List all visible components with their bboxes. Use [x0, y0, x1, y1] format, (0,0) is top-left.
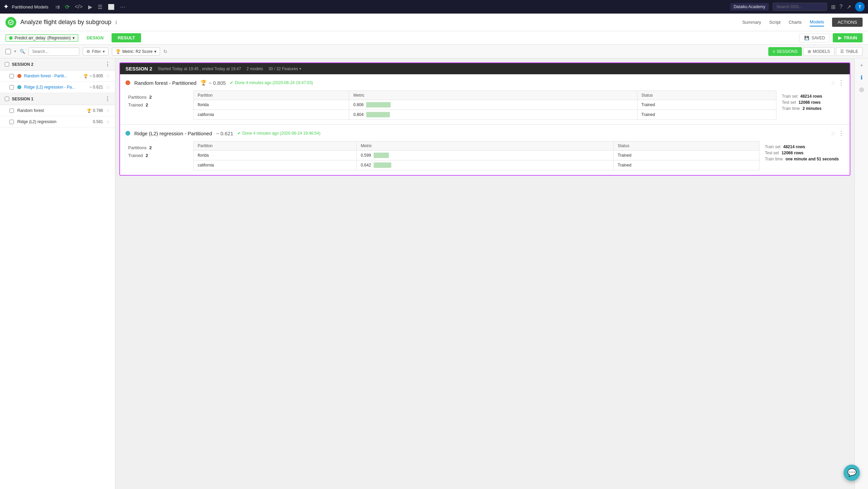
select-all-checkbox[interactable] [5, 49, 11, 54]
second-bar-nav: Summary Script Charts Models ACTIONS [742, 18, 863, 27]
check-icon: ✔ [230, 80, 233, 85]
chat-fab[interactable]: 💬 [844, 465, 860, 481]
session-2-label: SESSION 2 [12, 62, 33, 67]
session-box-header: SESSION 2 Started Today at 19:45 , ended… [120, 63, 850, 74]
filter-icon: ⚙ [86, 49, 90, 54]
star-icon[interactable]: ☆ [106, 84, 110, 90]
nav-charts[interactable]: Charts [789, 18, 802, 26]
partitions-label-row: Partitions 2 [125, 94, 193, 100]
partition-left-ridge: Partitions 2 Trained 2 [125, 141, 193, 170]
trend-icon[interactable]: ↗ [847, 4, 851, 10]
design-button[interactable]: DESIGN [82, 34, 107, 42]
metric-bar-florida-r [374, 153, 389, 158]
session-group-2: SESSION 2 ⋮ Random forest - Partit... 🏆 … [0, 58, 115, 93]
train-set-label: Train set [782, 94, 797, 99]
model-card-rf-score: 🏆 ~ 0.805 [200, 80, 225, 86]
metric-value-florida: 0.806 [349, 100, 637, 110]
metric-select[interactable]: 🏆 Metric: R2 Score ▾ [112, 47, 160, 56]
nav-export-icon[interactable]: ⇉ [54, 2, 61, 12]
star-icon[interactable]: ☆ [106, 119, 110, 124]
list-item[interactable]: Random forest 🏆 0.786 ☆ [0, 105, 115, 116]
help-icon[interactable]: ? [840, 4, 843, 10]
info-icon[interactable]: ℹ [115, 20, 117, 25]
metric-value-florida-r: 0.599 [357, 151, 614, 160]
train-set-label: Train set [765, 144, 781, 149]
metric-col-header: Metric [349, 91, 637, 100]
nav-more-icon[interactable]: ⋯ [119, 2, 127, 12]
more-icon[interactable]: ⋮ [838, 79, 844, 86]
academy-button[interactable]: Dataiku Academy [730, 3, 769, 11]
nav-script[interactable]: Script [769, 18, 781, 26]
metric-bar-florida [366, 102, 391, 107]
model-card-ridge-status: ✔ Done 4 minutes ago (2020-06-24 19:46:5… [237, 131, 320, 136]
list-item[interactable]: Ridge (L2) regression - Pa... ~ 0.621 ☆ [0, 82, 115, 93]
model-ridge-checkbox[interactable] [9, 120, 14, 124]
model-ridge-partitioned-checkbox[interactable] [9, 85, 14, 90]
checkbox-chevron[interactable]: ▾ [14, 49, 16, 54]
right-user-icon[interactable]: ◎ [859, 86, 864, 93]
partition-stats-ridge: Train set 48214 rows Test set 12066 rows… [760, 141, 844, 170]
actions-button[interactable]: ACTIONS [832, 18, 863, 27]
third-bar: Predict arr_delay (Regression) ▾ DESIGN … [0, 31, 868, 45]
top-search-input[interactable] [773, 3, 827, 11]
model-rf-checkbox[interactable] [9, 109, 14, 113]
nav-code-icon[interactable]: </> [74, 2, 84, 11]
models-icon: ⊞ [808, 49, 811, 54]
list-item[interactable]: Ridge (L2) regression 0.581 ☆ [0, 116, 115, 128]
grid-icon[interactable]: ⊞ [831, 4, 835, 10]
nav-play-icon[interactable]: ▶ [87, 2, 94, 12]
nav-grid-icon[interactable]: ⬜ [106, 2, 116, 12]
sessions-view-button[interactable]: ≡ SESSIONS [768, 47, 802, 56]
model-card-dot-orange [125, 80, 130, 85]
session-box-features[interactable]: 30 / 32 Features ▾ [269, 66, 301, 71]
metric-bar-california [366, 112, 390, 117]
partition-left-rf: Partitions 2 Trained 2 [125, 91, 193, 120]
nav-list-icon[interactable]: ☰ [96, 2, 104, 12]
nav-refresh-icon[interactable]: ⟳ [64, 2, 71, 12]
refresh-icon[interactable]: ↻ [163, 49, 167, 54]
table-row: florida 0.599 Trained [194, 151, 760, 160]
avatar[interactable]: T [855, 2, 865, 12]
filter-chevron-icon: ▾ [103, 49, 105, 54]
test-set-value: 12066 rows [782, 151, 804, 155]
star-button[interactable]: ☆ [831, 130, 835, 137]
test-set-label: Test set [782, 100, 796, 105]
model-card-ridge-actions: ☆ ⋮ [831, 130, 844, 137]
session-2-checkbox[interactable] [5, 62, 9, 66]
table-row: florida 0.806 Trained [194, 100, 776, 110]
right-add-icon[interactable]: ＋ [859, 62, 864, 69]
train-button[interactable]: ▶ TRAIN [833, 33, 863, 42]
nav-summary[interactable]: Summary [742, 18, 761, 26]
model-rf-partitioned-checkbox[interactable] [9, 74, 14, 78]
saved-button[interactable]: 💾 SAVED [799, 34, 830, 42]
nav-models[interactable]: Models [810, 18, 824, 26]
result-button[interactable]: RESULT [112, 33, 141, 42]
trophy-icon: 🏆 [200, 80, 207, 86]
session-1-more-icon[interactable]: ⋮ [105, 96, 110, 102]
session-1-checkbox[interactable] [5, 97, 9, 101]
partitions-key: Partitions [128, 95, 146, 100]
partition-name-california-r: california [194, 160, 357, 170]
test-set-value: 12066 rows [798, 100, 821, 105]
session-2-more-icon[interactable]: ⋮ [105, 61, 110, 67]
star-button[interactable]: ☆ [831, 80, 835, 86]
search-input[interactable] [28, 47, 79, 56]
partitions-label-row: Partitions 2 [125, 144, 193, 151]
session-box-title: SESSION 2 [125, 66, 152, 72]
model-card-dot-teal [125, 131, 130, 136]
filter-button[interactable]: ⚙ Filter ▾ [83, 47, 108, 56]
trained-key: Trained [128, 153, 143, 158]
train-time-row: Train time one minute and 51 seconds [765, 157, 839, 161]
right-info-icon[interactable]: ℹ [861, 74, 863, 81]
top-nav-icons: ⇉ ⟳ </> ▶ ☰ ⬜ ⋯ [54, 2, 127, 12]
more-icon[interactable]: ⋮ [838, 130, 844, 137]
table-view-button[interactable]: ☰ TABLE [836, 47, 863, 56]
star-icon[interactable]: ☆ [106, 108, 110, 113]
star-icon[interactable]: ☆ [106, 73, 110, 79]
table-row: california 0.804 Trained [194, 110, 776, 120]
models-view-button[interactable]: ⊞ MODELS [803, 47, 834, 56]
project-name: Partitioned Models [12, 4, 48, 9]
partition-name-california: california [194, 110, 349, 120]
list-item[interactable]: Random forest - Partit... 🏆 ~ 0.805 ☆ [0, 71, 115, 82]
predict-tag[interactable]: Predict arr_delay (Regression) ▾ [5, 34, 78, 42]
